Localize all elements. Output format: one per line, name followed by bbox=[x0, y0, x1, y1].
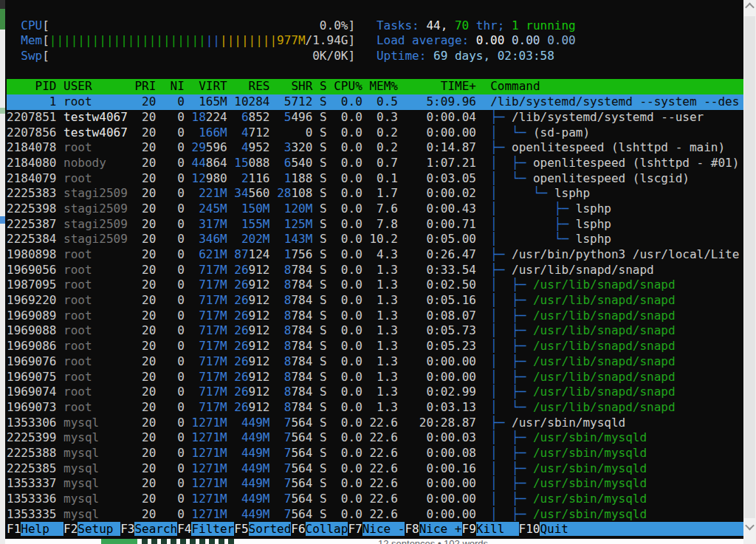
column-header-shr[interactable]: SHR bbox=[277, 79, 312, 93]
process-row-2225383[interactable]: 2225383 stagi2509 20 0 221M 34560 28108 … bbox=[7, 186, 743, 202]
fnkey-f3-key[interactable]: F3 bbox=[120, 522, 134, 536]
fnkey-f5-label[interactable]: Sorted bbox=[249, 522, 292, 536]
fnkey-f4-key[interactable]: F4 bbox=[177, 522, 191, 536]
process-table-header[interactable]: PID USER PRI NI VIRT RES SHR S CPU% MEM%… bbox=[7, 79, 743, 94]
cell-command: /usr/sbin/mysqld bbox=[533, 461, 647, 475]
fnkey-f9-label[interactable]: Kill bbox=[476, 522, 519, 536]
fnkey-f8-key[interactable]: F8 bbox=[405, 522, 419, 536]
process-row-2225387[interactable]: 2225387 stagi2509 20 0 317M 155M 125M S … bbox=[7, 217, 743, 233]
process-row-1353336[interactable]: 1353336 mysql 20 0 1271M 449M 7564 S 0.0… bbox=[7, 492, 743, 507]
fnkey-f2-label[interactable]: Setup bbox=[78, 522, 120, 536]
cell-shr: 5712 bbox=[277, 94, 312, 109]
cell-state: S bbox=[320, 430, 327, 444]
process-row-2184080[interactable]: 2184080 nobody 20 0 44864 15088 6540 S 0… bbox=[7, 156, 743, 171]
process-row-1969089[interactable]: 1969089 root 20 0 717M 26912 8784 S 0.0 … bbox=[7, 309, 743, 324]
process-row-2184079[interactable]: 2184079 root 20 0 12980 2116 1188 S 0.0 … bbox=[7, 171, 743, 187]
process-row-2225384[interactable]: 2225384 stagi2509 20 0 346M 202M 143M S … bbox=[7, 232, 743, 247]
process-row-1969088[interactable]: 1969088 root 20 0 717M 26912 8784 S 0.0 … bbox=[7, 323, 743, 339]
tree-branch: │ └─ bbox=[490, 400, 533, 414]
cell-user: root bbox=[63, 323, 128, 337]
fnkey-f10-label[interactable]: Quit bbox=[540, 522, 568, 536]
cell-res: 912 bbox=[249, 354, 270, 368]
column-header-time[interactable]: TIME+ bbox=[405, 79, 476, 93]
fnkey-f6-key[interactable]: F6 bbox=[291, 522, 305, 536]
process-row-2225398[interactable]: 2225398 stagi2509 20 0 245M 150M 120M S … bbox=[7, 202, 743, 217]
fnkey-f7-key[interactable]: F7 bbox=[348, 522, 362, 536]
fnkey-f1-key[interactable]: F1 bbox=[7, 522, 21, 536]
browser-scrollbar[interactable] bbox=[743, 0, 756, 544]
fnkey-f4-label[interactable]: Filter bbox=[191, 522, 234, 536]
process-row-2207856[interactable]: 2207856 testw4067 20 0 166M 4712 0 S 0.0… bbox=[7, 125, 743, 141]
process-row-1969074[interactable]: 1969074 root 20 0 717M 26912 8784 S 0.0 … bbox=[7, 385, 743, 400]
cell-state: S bbox=[320, 125, 327, 140]
column-header-s[interactable]: S bbox=[320, 79, 327, 93]
process-row-1969220[interactable]: 1969220 root 20 0 717M 26912 8784 S 0.0 … bbox=[7, 293, 743, 309]
process-row-2207851[interactable]: 2207851 testw4067 20 0 18224 6852 5496 S… bbox=[7, 110, 743, 125]
cell-virt: 317M bbox=[192, 217, 227, 231]
column-header-mem[interactable]: MEM% bbox=[369, 79, 398, 93]
column-header-pid[interactable]: PID bbox=[7, 79, 56, 93]
cell-pid: 1969088 bbox=[7, 323, 56, 337]
cell-mem: 22.6 bbox=[369, 476, 398, 490]
cell-mem: 1.7 bbox=[369, 186, 398, 200]
process-row-1[interactable]: 1 root 20 0 165M 10284 5712 S 0.0 0.5 5:… bbox=[7, 94, 743, 110]
cell-user: root bbox=[63, 94, 128, 109]
fnkey-f8-label[interactable]: Nice + bbox=[419, 522, 462, 536]
scrollbar-up-button[interactable] bbox=[743, 0, 756, 13]
column-header-virt[interactable]: VIRT bbox=[192, 79, 227, 93]
swap-meter-value: 0K/0K bbox=[312, 49, 348, 63]
process-row-1969056[interactable]: 1969056 root 20 0 717M 26912 8784 S 0.0 … bbox=[7, 263, 743, 278]
cell-shr: 784 bbox=[291, 400, 312, 414]
fnkey-f9-key[interactable]: F9 bbox=[462, 522, 476, 536]
process-row-2225385[interactable]: 2225385 mysql 20 0 1271M 449M 7564 S 0.0… bbox=[7, 461, 743, 477]
tree-branch: │ ├─ bbox=[490, 446, 533, 460]
cell-virt: 1271M bbox=[192, 476, 227, 490]
cell-pri: 20 bbox=[134, 354, 156, 368]
column-header-command[interactable]: Command bbox=[490, 79, 540, 93]
cell-shr: 28 bbox=[277, 186, 291, 200]
fnkey-f1-label[interactable]: Help bbox=[21, 522, 63, 536]
fnkey-f10-key[interactable]: F10 bbox=[519, 522, 540, 536]
process-row-1969076[interactable]: 1969076 root 20 0 717M 26912 8784 S 0.0 … bbox=[7, 354, 743, 370]
fnkey-f6-label[interactable]: Collap bbox=[306, 522, 348, 536]
fnkey-f2-key[interactable]: F2 bbox=[63, 522, 78, 536]
cell-shr: 8 bbox=[277, 309, 291, 323]
cell-pri: 20 bbox=[134, 476, 156, 490]
process-row-1353335[interactable]: 1353335 mysql 20 0 1271M 449M 7564 S 0.0… bbox=[7, 507, 743, 523]
fnkey-f7-label[interactable]: Nice - bbox=[362, 522, 405, 536]
process-row-1969073[interactable]: 1969073 root 20 0 717M 26912 8784 S 0.0 … bbox=[7, 400, 743, 416]
scrollbar-thumb[interactable] bbox=[744, 16, 755, 518]
process-row-2184078[interactable]: 2184078 root 20 0 29596 4952 3320 S 0.0 … bbox=[7, 140, 743, 156]
cell-shr: 320 bbox=[291, 140, 312, 154]
column-header-user[interactable]: USER bbox=[63, 79, 128, 93]
process-row-1969086[interactable]: 1969086 root 20 0 717M 26912 8784 S 0.0 … bbox=[7, 339, 743, 354]
process-row-1987095[interactable]: 1987095 root 20 0 717M 26912 8784 S 0.0 … bbox=[7, 278, 743, 293]
cell-command: /usr/lib/snapd/snapd bbox=[533, 293, 676, 307]
cell-time: 0:14.87 bbox=[405, 140, 476, 154]
cell-pri: 20 bbox=[134, 202, 156, 216]
process-row-1969075[interactable]: 1969075 root 20 0 717M 26912 8784 S 0.0 … bbox=[7, 370, 743, 385]
column-header-cpu[interactable]: CPU% bbox=[334, 79, 362, 93]
process-row-1353306[interactable]: 1353306 mysql 20 0 1271M 449M 7564 S 0.0… bbox=[7, 416, 743, 431]
process-row-2225388[interactable]: 2225388 mysql 20 0 1271M 449M 7564 S 0.0… bbox=[7, 446, 743, 461]
column-header-pri[interactable]: PRI bbox=[134, 79, 156, 93]
column-header-ni[interactable]: NI bbox=[163, 79, 185, 93]
cell-shr: 784 bbox=[291, 354, 312, 368]
process-row-1353337[interactable]: 1353337 mysql 20 0 1271M 449M 7564 S 0.0… bbox=[7, 476, 743, 492]
tree-branch: │ ├─ bbox=[490, 370, 533, 384]
process-row-2225399[interactable]: 2225399 mysql 20 0 1271M 449M 7564 S 0.0… bbox=[7, 430, 743, 446]
scrollbar-down-button[interactable] bbox=[743, 520, 756, 533]
column-header-res[interactable]: RES bbox=[234, 79, 269, 93]
cell-state: S bbox=[320, 354, 327, 368]
fnkey-f5-key[interactable]: F5 bbox=[234, 522, 248, 536]
process-row-1980898[interactable]: 1980898 root 20 0 621M 87124 1756 S 0.0 … bbox=[7, 247, 743, 263]
cell-cpu: 0.0 bbox=[334, 507, 362, 521]
thr-label: thr; bbox=[476, 18, 512, 32]
cell-ni: 0 bbox=[163, 125, 185, 140]
cell-state: S bbox=[320, 446, 327, 460]
tree-branch: ├─ bbox=[490, 110, 512, 124]
cell-user: testw4067 bbox=[63, 110, 128, 124]
fnkey-f3-label[interactable]: Search bbox=[134, 522, 177, 536]
cell-ni: 0 bbox=[163, 400, 185, 414]
cell-state: S bbox=[320, 461, 327, 475]
